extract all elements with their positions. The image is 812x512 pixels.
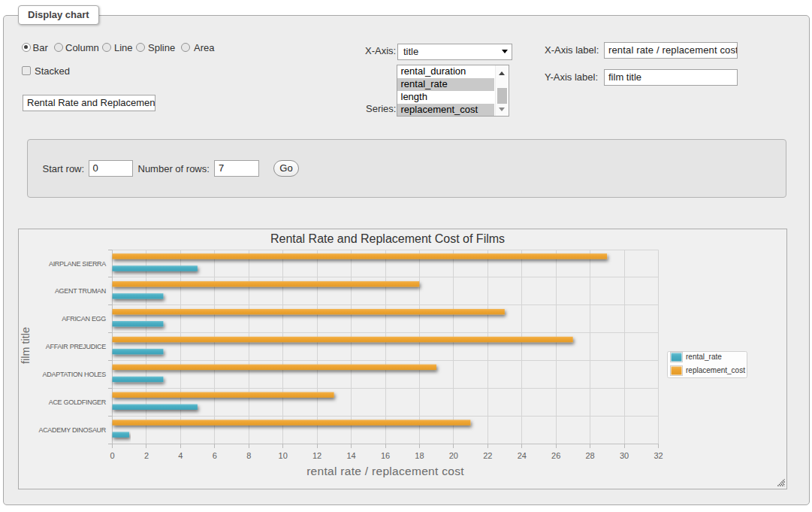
svg-text:6: 6 — [213, 451, 217, 460]
svg-text:rental_rate: rental_rate — [686, 353, 722, 361]
svg-text:ACADEMY DINOSAUR: ACADEMY DINOSAUR — [38, 426, 106, 434]
svg-text:ACE GOLDFINGER: ACE GOLDFINGER — [49, 398, 107, 406]
svg-text:AIRPLANE SIERRA: AIRPLANE SIERRA — [49, 260, 106, 268]
svg-text:Rental Rate and Replacement Co: Rental Rate and Replacement Cost of Film… — [270, 232, 505, 245]
svg-text:30: 30 — [620, 451, 629, 460]
svg-text:AFRICAN EGG: AFRICAN EGG — [62, 315, 106, 323]
svg-text:22: 22 — [483, 451, 492, 460]
svg-text:ADAPTATION HOLES: ADAPTATION HOLES — [43, 371, 107, 378]
svg-text:12: 12 — [312, 451, 321, 460]
svg-text:film title: film title — [20, 327, 32, 364]
svg-text:10: 10 — [279, 451, 288, 460]
svg-text:2: 2 — [144, 451, 149, 460]
svg-text:8: 8 — [246, 451, 251, 460]
svg-text:4: 4 — [178, 451, 183, 460]
svg-text:18: 18 — [415, 451, 424, 460]
svg-text:32: 32 — [654, 451, 663, 460]
svg-text:AFFAIR PREJUDICE: AFFAIR PREJUDICE — [46, 343, 107, 350]
svg-text:rental rate / replacement cost: rental rate / replacement cost — [306, 465, 464, 477]
svg-text:28: 28 — [585, 451, 594, 460]
svg-text:14: 14 — [346, 451, 355, 460]
svg-text:AGENT TRUMAN: AGENT TRUMAN — [55, 287, 106, 295]
svg-text:0: 0 — [110, 451, 114, 460]
svg-text:26: 26 — [551, 451, 560, 460]
svg-text:16: 16 — [381, 451, 390, 460]
svg-text:24: 24 — [518, 451, 527, 460]
svg-text:replacement_cost: replacement_cost — [686, 366, 745, 374]
svg-text:20: 20 — [449, 451, 458, 460]
